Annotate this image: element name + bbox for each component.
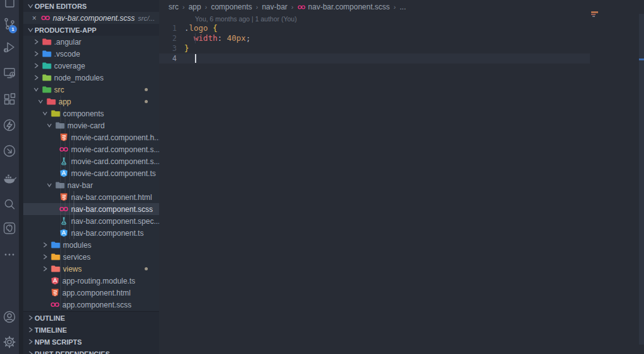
file-tree: .angular.vscodecoveragenode_modulessrcap… xyxy=(23,36,159,311)
breadcrumb-item[interactable]: app xyxy=(189,3,201,11)
tree-folder-src[interactable]: src xyxy=(23,84,159,96)
folder-icon xyxy=(42,74,52,82)
tree-folder-nav-bar[interactable]: nav-bar xyxy=(23,179,159,191)
breadcrumb-item[interactable]: components xyxy=(211,3,252,11)
tree-file-movie-card-component-s-[interactable]: movie-card.component.s... xyxy=(23,143,159,155)
tree-file-app-component-scss[interactable]: app.component.scss xyxy=(23,299,159,311)
tree-file-nav-bar-component-scss[interactable]: nav-bar.component.scss xyxy=(23,203,159,215)
code-line-4[interactable]: 4 xyxy=(159,53,590,64)
tree-item-label: nav-bar xyxy=(67,181,93,190)
account-icon[interactable] xyxy=(2,309,17,324)
breadcrumb-separator: › xyxy=(182,3,185,11)
files-icon-partial[interactable] xyxy=(2,0,17,9)
tree-file-movie-card-component-h-[interactable]: movie-card.component.h... xyxy=(23,131,159,143)
sass-file-icon xyxy=(297,4,306,11)
tree-file-app-routing-module-ts[interactable]: app-routing.module.ts xyxy=(23,275,159,287)
folder-icon xyxy=(42,86,52,94)
ng-red-file-icon xyxy=(50,277,60,285)
code-text: } xyxy=(184,43,189,53)
code-line-3[interactable]: 3} xyxy=(159,43,644,53)
folder-icon xyxy=(51,253,60,261)
tree-item-label: views xyxy=(63,265,82,274)
breadcrumb-item[interactable]: nav-bar xyxy=(262,3,287,11)
tree-item-label: app.component.scss xyxy=(62,301,131,309)
tree-item-label: nav-bar.component.ts xyxy=(71,229,143,238)
breadcrumb-item[interactable]: nav-bar.component.scss xyxy=(297,3,390,11)
chevron-right-icon xyxy=(42,265,51,273)
section-header-npm-scripts[interactable]: NPM SCRIPTS xyxy=(23,336,159,348)
project-root-label: PRODUCTIVE-APP xyxy=(35,26,96,34)
chevron-down-icon xyxy=(33,86,42,94)
section-header-timeline[interactable]: TIMELINE xyxy=(23,324,159,336)
tree-file-movie-card-component-ts[interactable]: movie-card.component.ts xyxy=(23,167,159,179)
postgres-icon[interactable] xyxy=(2,221,17,236)
minimap[interactable] xyxy=(591,10,639,35)
chevron-right-icon xyxy=(26,338,35,346)
tree-folder-node-modules[interactable]: node_modules xyxy=(23,72,159,84)
tree-file-nav-bar-component-ts[interactable]: nav-bar.component.ts xyxy=(23,227,159,239)
scrollbar[interactable] xyxy=(639,14,644,345)
git-modified-dot xyxy=(145,100,148,103)
section-header-outline[interactable]: OUTLINE xyxy=(23,312,159,324)
thunder-client-icon[interactable] xyxy=(2,118,17,133)
tree-file-app-component-html[interactable]: app.component.html xyxy=(23,287,159,299)
code-line-2[interactable]: 2 width: 40px; xyxy=(159,33,644,43)
run-debug-icon[interactable] xyxy=(2,40,17,55)
explorer-sidebar: OPEN EDITORS ×nav-bar.component.scsssrc/… xyxy=(23,0,159,354)
tree-item-label: nav-bar.component.spec... xyxy=(71,217,160,226)
editor-pane[interactable]: src›app›components›nav-bar›nav-bar.compo… xyxy=(159,0,644,354)
open-editor-item[interactable]: ×nav-bar.component.scsssrc/... xyxy=(23,12,159,24)
tree-file-movie-card-component-s-[interactable]: movie-card.component.s... xyxy=(23,155,159,167)
tree-item-label: .vscode xyxy=(54,50,80,58)
activity-bar: 1 xyxy=(0,0,19,354)
tree-folder--vscode[interactable]: .vscode xyxy=(23,48,159,60)
indent-guide xyxy=(60,96,61,310)
code-area[interactable]: 1.logo {2 width: 40px;3}4 xyxy=(159,23,644,64)
html-file-icon xyxy=(50,289,60,297)
more-icon[interactable] xyxy=(2,247,17,262)
docker-icon[interactable] xyxy=(2,171,17,186)
tree-folder-movie-card[interactable]: movie-card xyxy=(23,119,159,131)
breadcrumb: src›app›components›nav-bar›nav-bar.compo… xyxy=(159,0,644,14)
open-editors-header[interactable]: OPEN EDITORS xyxy=(23,0,159,12)
breadcrumb-item[interactable]: ... xyxy=(400,3,406,11)
circle-arrow-icon[interactable] xyxy=(2,143,17,158)
tree-file-nav-bar-component-spec-[interactable]: nav-bar.component.spec... xyxy=(23,215,159,227)
close-icon[interactable]: × xyxy=(32,14,41,23)
tree-folder-modules[interactable]: modules xyxy=(23,239,159,251)
minimap-mark xyxy=(592,16,595,17)
text-cursor xyxy=(195,54,196,63)
tree-folder--angular[interactable]: .angular xyxy=(23,36,159,48)
line-number: 3 xyxy=(159,43,184,53)
minimap-mark xyxy=(591,11,598,13)
indent-guide xyxy=(74,191,74,239)
extensions-icon[interactable] xyxy=(2,92,17,107)
tree-folder-views[interactable]: views xyxy=(23,263,159,275)
folder-icon xyxy=(51,109,60,118)
codelens-blame[interactable]: You, 6 months ago | 1 author (You) xyxy=(195,15,297,23)
tree-folder-services[interactable]: services xyxy=(23,251,159,263)
chevron-down-icon xyxy=(42,110,51,118)
tree-folder-components[interactable]: components xyxy=(23,108,159,119)
code-text: width: 40px; xyxy=(184,33,250,43)
chevron-right-icon xyxy=(33,74,42,82)
search-icon[interactable] xyxy=(2,197,17,212)
tree-folder-coverage[interactable]: coverage xyxy=(23,60,159,72)
chevron-right-icon xyxy=(33,50,42,58)
section-header-rust-dependencies[interactable]: RUST DEPENDENCIES xyxy=(23,348,159,354)
breadcrumb-separator: › xyxy=(291,3,294,11)
tree-item-label: movie-card.component.h... xyxy=(71,133,160,142)
breadcrumb-item[interactable]: src xyxy=(169,3,179,11)
remote-explorer-icon[interactable] xyxy=(2,65,17,80)
project-root-header[interactable]: PRODUCTIVE-APP xyxy=(23,24,159,36)
settings-icon[interactable] xyxy=(2,335,17,350)
git-modified-dot xyxy=(145,88,148,91)
folder-icon xyxy=(42,62,52,70)
code-text: .logo { xyxy=(184,23,218,33)
tree-file-nav-bar-component-html[interactable]: nav-bar.component.html xyxy=(23,191,159,203)
code-line-1[interactable]: 1.logo { xyxy=(159,23,644,33)
code-indent-guide xyxy=(195,33,196,43)
tree-item-label: components xyxy=(63,109,104,118)
minimap-mark xyxy=(591,14,596,15)
tree-folder-app[interactable]: app xyxy=(23,96,159,108)
